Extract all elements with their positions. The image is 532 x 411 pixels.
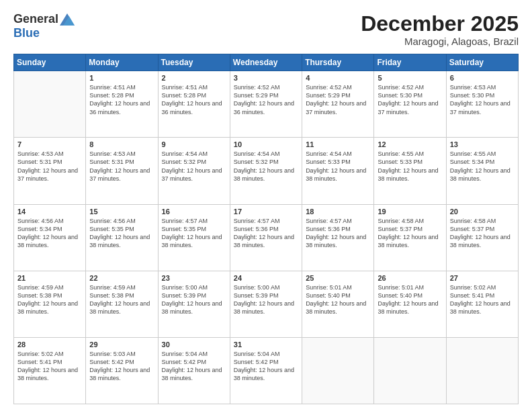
calendar-cell: 7Sunrise: 4:53 AM Sunset: 5:31 PM Daylig…	[14, 138, 86, 204]
cell-info: Sunrise: 5:03 AM Sunset: 5:42 PM Dayligh…	[89, 350, 154, 383]
cell-info: Sunrise: 4:55 AM Sunset: 5:33 PM Dayligh…	[378, 150, 442, 183]
month-title: December 2025	[361, 12, 519, 36]
logo-icon	[60, 13, 75, 26]
calendar-header-row: Sunday Monday Tuesday Wednesday Thursday…	[14, 54, 519, 71]
calendar-cell: 19Sunrise: 4:58 AM Sunset: 5:37 PM Dayli…	[374, 204, 446, 271]
calendar-cell: 30Sunrise: 5:04 AM Sunset: 5:42 PM Dayli…	[158, 337, 230, 404]
week-row-0: 1Sunrise: 4:51 AM Sunset: 5:28 PM Daylig…	[14, 71, 519, 138]
calendar-cell: 22Sunrise: 4:59 AM Sunset: 5:38 PM Dayli…	[86, 271, 158, 337]
day-number: 4	[306, 74, 370, 82]
day-number: 2	[162, 74, 226, 82]
cell-info: Sunrise: 4:59 AM Sunset: 5:38 PM Dayligh…	[89, 283, 154, 316]
calendar-cell: 23Sunrise: 5:00 AM Sunset: 5:39 PM Dayli…	[158, 271, 230, 337]
cell-info: Sunrise: 4:56 AM Sunset: 5:35 PM Dayligh…	[89, 217, 154, 250]
calendar-cell: 12Sunrise: 4:55 AM Sunset: 5:33 PM Dayli…	[374, 138, 446, 204]
calendar-cell: 6Sunrise: 4:53 AM Sunset: 5:30 PM Daylig…	[446, 71, 518, 138]
day-number: 21	[17, 274, 82, 282]
calendar-cell	[302, 337, 374, 404]
calendar-cell: 13Sunrise: 4:55 AM Sunset: 5:34 PM Dayli…	[446, 138, 518, 204]
day-number: 9	[162, 140, 226, 148]
cell-info: Sunrise: 4:52 AM Sunset: 5:30 PM Dayligh…	[378, 83, 442, 116]
cell-info: Sunrise: 4:58 AM Sunset: 5:37 PM Dayligh…	[378, 217, 442, 250]
day-number: 10	[234, 140, 298, 148]
logo: General Blue	[13, 12, 75, 40]
calendar-cell: 17Sunrise: 4:57 AM Sunset: 5:36 PM Dayli…	[230, 204, 302, 271]
day-number: 27	[450, 274, 515, 282]
day-number: 26	[378, 274, 442, 282]
cell-info: Sunrise: 4:58 AM Sunset: 5:37 PM Dayligh…	[450, 217, 515, 250]
week-row-1: 7Sunrise: 4:53 AM Sunset: 5:31 PM Daylig…	[14, 138, 519, 204]
col-wednesday: Wednesday	[230, 54, 302, 71]
day-number: 25	[306, 274, 370, 282]
day-number: 6	[450, 74, 515, 82]
col-sunday: Sunday	[14, 54, 86, 71]
col-friday: Friday	[374, 54, 446, 71]
day-number: 14	[17, 208, 82, 216]
day-number: 5	[378, 74, 442, 82]
cell-info: Sunrise: 4:51 AM Sunset: 5:28 PM Dayligh…	[162, 83, 226, 116]
day-number: 16	[162, 208, 226, 216]
cell-info: Sunrise: 4:57 AM Sunset: 5:36 PM Dayligh…	[306, 217, 370, 250]
day-number: 22	[89, 274, 154, 282]
cell-info: Sunrise: 4:54 AM Sunset: 5:33 PM Dayligh…	[306, 150, 370, 183]
cell-info: Sunrise: 5:01 AM Sunset: 5:40 PM Dayligh…	[378, 283, 442, 316]
cell-info: Sunrise: 5:04 AM Sunset: 5:42 PM Dayligh…	[162, 350, 226, 383]
calendar-cell: 20Sunrise: 4:58 AM Sunset: 5:37 PM Dayli…	[446, 204, 518, 271]
day-number: 28	[17, 340, 82, 349]
cell-info: Sunrise: 4:53 AM Sunset: 5:31 PM Dayligh…	[17, 150, 82, 183]
cell-info: Sunrise: 4:54 AM Sunset: 5:32 PM Dayligh…	[234, 150, 298, 183]
day-number: 29	[89, 340, 154, 349]
cell-info: Sunrise: 4:52 AM Sunset: 5:29 PM Dayligh…	[306, 83, 370, 116]
day-number: 17	[234, 208, 298, 216]
calendar-cell: 4Sunrise: 4:52 AM Sunset: 5:29 PM Daylig…	[302, 71, 374, 138]
cell-info: Sunrise: 4:57 AM Sunset: 5:36 PM Dayligh…	[234, 217, 298, 250]
day-number: 19	[378, 208, 442, 216]
calendar-cell: 27Sunrise: 5:02 AM Sunset: 5:41 PM Dayli…	[446, 271, 518, 337]
cell-info: Sunrise: 5:00 AM Sunset: 5:39 PM Dayligh…	[162, 283, 226, 316]
day-number: 18	[306, 208, 370, 216]
cell-info: Sunrise: 4:56 AM Sunset: 5:34 PM Dayligh…	[17, 217, 82, 250]
cell-info: Sunrise: 4:54 AM Sunset: 5:32 PM Dayligh…	[162, 150, 226, 183]
calendar-table: Sunday Monday Tuesday Wednesday Thursday…	[13, 54, 519, 404]
day-number: 30	[162, 340, 226, 349]
day-number: 1	[89, 74, 154, 82]
calendar-cell: 16Sunrise: 4:57 AM Sunset: 5:35 PM Dayli…	[158, 204, 230, 271]
calendar-cell: 15Sunrise: 4:56 AM Sunset: 5:35 PM Dayli…	[86, 204, 158, 271]
day-number: 24	[234, 274, 298, 282]
calendar-cell: 1Sunrise: 4:51 AM Sunset: 5:28 PM Daylig…	[86, 71, 158, 138]
calendar-cell: 3Sunrise: 4:52 AM Sunset: 5:29 PM Daylig…	[230, 71, 302, 138]
week-row-3: 21Sunrise: 4:59 AM Sunset: 5:38 PM Dayli…	[14, 271, 519, 337]
day-number: 11	[306, 140, 370, 148]
day-number: 15	[89, 208, 154, 216]
cell-info: Sunrise: 4:51 AM Sunset: 5:28 PM Dayligh…	[89, 83, 154, 116]
day-number: 13	[450, 140, 515, 148]
calendar-cell: 28Sunrise: 5:02 AM Sunset: 5:41 PM Dayli…	[14, 337, 86, 404]
cell-info: Sunrise: 4:53 AM Sunset: 5:31 PM Dayligh…	[89, 150, 154, 183]
day-number: 31	[234, 340, 298, 349]
calendar-cell: 9Sunrise: 4:54 AM Sunset: 5:32 PM Daylig…	[158, 138, 230, 204]
week-row-4: 28Sunrise: 5:02 AM Sunset: 5:41 PM Dayli…	[14, 337, 519, 404]
calendar-cell: 25Sunrise: 5:01 AM Sunset: 5:40 PM Dayli…	[302, 271, 374, 337]
day-number: 12	[378, 140, 442, 148]
col-thursday: Thursday	[302, 54, 374, 71]
cell-info: Sunrise: 5:04 AM Sunset: 5:42 PM Dayligh…	[234, 350, 298, 383]
header: General Blue December 2025 Maragogi, Ala…	[13, 12, 519, 47]
location: Maragogi, Alagoas, Brazil	[361, 36, 519, 47]
calendar-cell	[14, 71, 86, 138]
calendar-cell: 24Sunrise: 5:00 AM Sunset: 5:39 PM Dayli…	[230, 271, 302, 337]
logo-blue-text: Blue	[13, 26, 40, 40]
calendar-cell: 5Sunrise: 4:52 AM Sunset: 5:30 PM Daylig…	[374, 71, 446, 138]
calendar-cell: 14Sunrise: 4:56 AM Sunset: 5:34 PM Dayli…	[14, 204, 86, 271]
cell-info: Sunrise: 5:00 AM Sunset: 5:39 PM Dayligh…	[234, 283, 298, 316]
cell-info: Sunrise: 5:01 AM Sunset: 5:40 PM Dayligh…	[306, 283, 370, 316]
col-tuesday: Tuesday	[158, 54, 230, 71]
cell-info: Sunrise: 5:02 AM Sunset: 5:41 PM Dayligh…	[450, 283, 515, 316]
calendar-cell: 11Sunrise: 4:54 AM Sunset: 5:33 PM Dayli…	[302, 138, 374, 204]
calendar-cell: 8Sunrise: 4:53 AM Sunset: 5:31 PM Daylig…	[86, 138, 158, 204]
cell-info: Sunrise: 4:52 AM Sunset: 5:29 PM Dayligh…	[234, 83, 298, 116]
calendar-cell: 29Sunrise: 5:03 AM Sunset: 5:42 PM Dayli…	[86, 337, 158, 404]
logo-general-text: General	[13, 12, 58, 26]
day-number: 7	[17, 140, 82, 148]
week-row-2: 14Sunrise: 4:56 AM Sunset: 5:34 PM Dayli…	[14, 204, 519, 271]
col-monday: Monday	[86, 54, 158, 71]
